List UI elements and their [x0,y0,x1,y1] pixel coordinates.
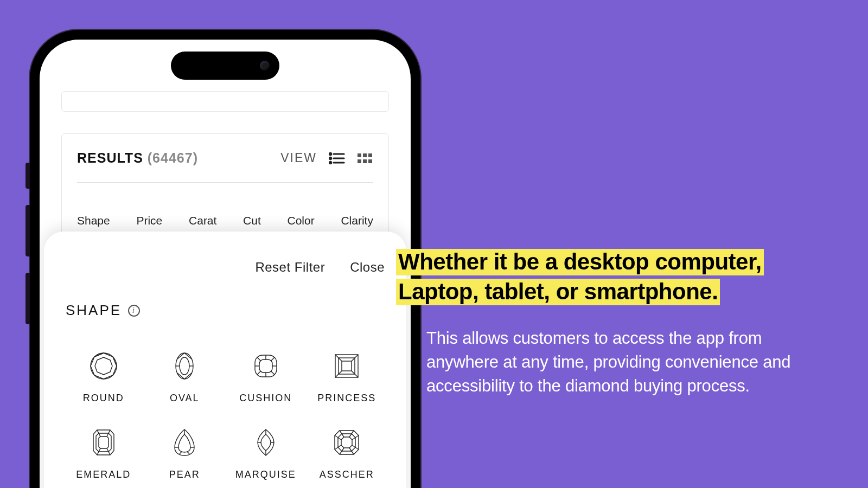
filter-sheet: Reset Filter Close SHAPE i [44,232,406,488]
shape-label: EMERALD [76,469,131,480]
dynamic-island [171,52,279,80]
svg-line-27 [257,357,261,361]
results-count: (64467) [148,150,198,165]
results-card: RESULTS (64467) VIEW [61,133,389,239]
svg-rect-26 [259,359,272,373]
phone-screen: RESULTS (64467) VIEW [40,40,411,488]
results-label: RESULTS [77,150,143,165]
marketing-copy: Whether it be a desktop computer, Laptop… [369,247,835,398]
reset-filter-button[interactable]: Reset Filter [255,260,325,275]
svg-line-52 [180,452,182,454]
shape-label: PEAR [169,469,200,480]
shape-marquise[interactable]: MARQUISE [228,428,304,480]
filter-tab-cut[interactable]: Cut [243,214,261,227]
shape-pear[interactable]: PEAR [147,428,223,480]
filter-tab-price[interactable]: Price [136,214,162,227]
svg-marker-59 [338,434,355,451]
svg-line-29 [257,371,261,375]
shape-asscher[interactable]: ASSCHER [309,428,385,480]
svg-line-28 [271,357,275,361]
round-diamond-icon [89,351,118,381]
svg-rect-9 [358,159,361,163]
subcopy: This allows customers to access the app … [396,326,808,398]
shape-round[interactable]: ROUND [66,351,142,404]
svg-line-30 [271,371,275,375]
filter-tab-clarity[interactable]: Clarity [341,214,373,227]
filter-tab-shape[interactable]: Shape [77,214,110,227]
results-title: RESULTS (64467) [77,150,198,166]
headline: Whether it be a desktop computer, Laptop… [396,247,835,307]
marquise-diamond-icon [251,428,280,457]
pear-diamond-icon [170,428,199,457]
shape-label: MARQUISE [235,469,296,480]
search-card-collapsed[interactable] [61,91,389,112]
phone-frame: RESULTS (64467) VIEW [30,30,420,488]
princess-diamond-icon [332,351,361,381]
svg-marker-43 [96,433,111,452]
svg-marker-60 [341,437,352,448]
svg-line-53 [187,452,189,454]
filter-tabs: Shape Price Carat Cut Color Clarity [77,183,373,227]
shape-label: ASSCHER [320,469,374,480]
asscher-diamond-icon [332,428,361,457]
svg-rect-7 [363,153,367,157]
svg-rect-6 [358,153,361,157]
shape-emerald[interactable]: EMERALD [66,428,142,480]
shape-label: PRINCESS [317,393,376,404]
info-icon[interactable]: i [128,305,140,317]
svg-point-0 [329,153,331,155]
filter-tab-carat[interactable]: Carat [189,214,216,227]
svg-rect-10 [363,159,367,163]
svg-point-2 [329,157,331,159]
shape-label: OVAL [170,393,200,404]
oval-diamond-icon [170,351,199,381]
svg-marker-14 [95,357,112,375]
svg-rect-11 [368,159,372,163]
shape-title-text: SHAPE [66,302,122,319]
emerald-diamond-icon [89,428,118,457]
shape-label: CUSHION [239,393,292,404]
filter-tab-color[interactable]: Color [288,214,315,227]
svg-rect-37 [342,361,352,371]
list-view-icon[interactable] [329,152,345,165]
shape-label: ROUND [83,393,124,404]
shape-grid: ROUND OVAL [66,351,385,480]
svg-point-18 [180,357,189,375]
shape-oval[interactable]: OVAL [147,351,223,404]
view-label: VIEW [280,151,317,165]
svg-marker-44 [99,436,108,448]
shape-cushion[interactable]: CUSHION [228,351,304,404]
svg-rect-8 [368,153,372,157]
cushion-diamond-icon [251,351,280,381]
svg-point-4 [329,162,331,163]
shape-section-title: SHAPE i [66,302,385,319]
grid-view-icon[interactable] [357,152,373,165]
